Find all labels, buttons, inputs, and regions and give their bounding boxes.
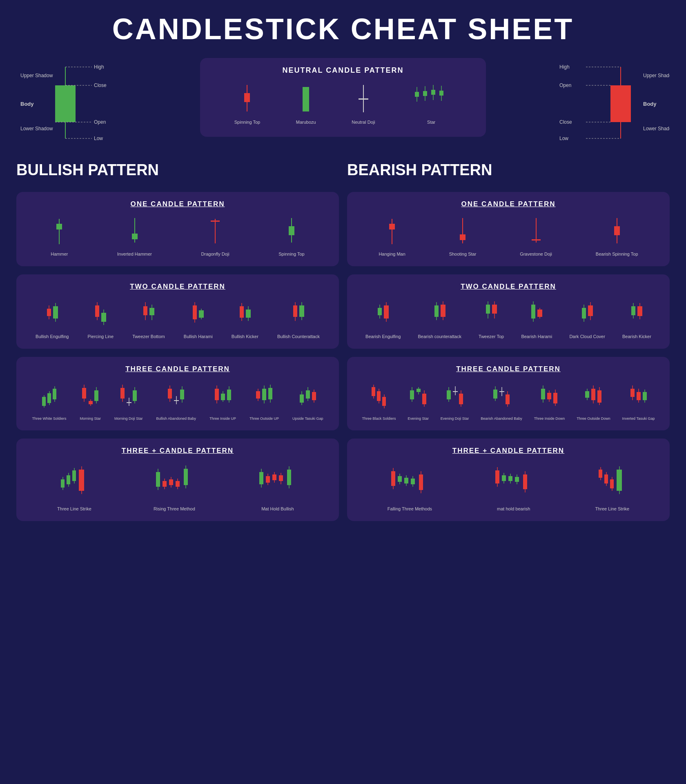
- svg-rect-291: [176, 481, 180, 487]
- svg-rect-96: [240, 306, 244, 318]
- bearish-two-candles: Bearish Engulfing Bearish counterattack: [357, 297, 660, 339]
- list-item: Bullish Harami: [184, 297, 213, 339]
- svg-rect-135: [588, 305, 593, 316]
- list-item: Bearish Kicker: [622, 297, 651, 339]
- list-item: Three White Soldiers: [32, 380, 66, 421]
- svg-text:High: High: [559, 64, 570, 70]
- bearish-three-candle-box: THREE CANDLE PATTERN Three Black Soldier…: [347, 357, 670, 430]
- neutral-pattern-box: NEUTRAL CANDLE PATTERN Spinning Top Maru…: [200, 58, 486, 137]
- anatomy-right: High Open Body Close Low Upper Shadow Lo…: [555, 63, 670, 145]
- svg-rect-279: [79, 470, 84, 491]
- svg-rect-264: [637, 392, 641, 400]
- svg-text:Close: Close: [94, 82, 107, 88]
- svg-rect-90: [193, 305, 197, 319]
- anatomy-left: Upper Shadow High Close Body Open Lower …: [16, 63, 131, 145]
- list-item: Dragonfly Doji: [201, 215, 229, 256]
- svg-rect-75: [53, 306, 58, 318]
- list-item: Inverted Hammer: [117, 215, 152, 256]
- list-item: Star: [411, 83, 452, 125]
- bullish-header: BULLISH PATTERN: [16, 161, 339, 179]
- svg-text:Body: Body: [20, 101, 34, 107]
- svg-text:Low: Low: [94, 136, 103, 141]
- svg-text:Upper Shadow: Upper Shadow: [643, 73, 670, 78]
- svg-rect-72: [47, 309, 51, 316]
- bullish-two-candles: Bullish Engulfing Piercing Line: [26, 297, 329, 339]
- svg-rect-309: [287, 470, 291, 485]
- list-item: Tweezer Bottom: [132, 297, 165, 339]
- svg-rect-54: [211, 220, 220, 222]
- bearish-three-candles: Three Black Soldiers Evening Star: [357, 380, 660, 421]
- svg-rect-276: [72, 470, 76, 481]
- bearish-header: BEARISH PATTERN: [347, 161, 670, 179]
- svg-rect-321: [411, 479, 415, 484]
- svg-rect-294: [184, 469, 188, 485]
- svg-rect-15: [244, 93, 250, 102]
- svg-rect-31: [439, 91, 443, 96]
- svg-rect-345: [604, 474, 608, 483]
- svg-rect-66: [532, 239, 541, 241]
- svg-rect-348: [610, 479, 614, 488]
- svg-rect-255: [591, 389, 595, 400]
- svg-rect-192: [262, 389, 266, 400]
- svg-rect-231: [459, 394, 463, 404]
- svg-rect-225: [447, 390, 451, 399]
- svg-rect-81: [101, 313, 106, 322]
- list-item: Morning Doji Star: [114, 380, 143, 421]
- svg-rect-28: [431, 90, 435, 95]
- list-item: Hanging Man: [379, 215, 405, 256]
- svg-rect-159: [94, 390, 98, 401]
- svg-rect-150: [53, 389, 56, 399]
- list-item: Bullish Engulfing: [36, 297, 69, 339]
- list-item: Tweezer Top: [479, 297, 504, 339]
- list-item: Three Outside UP: [249, 380, 279, 421]
- bearish-three-plus-title: THREE + CANDLE PATTERN: [357, 447, 660, 455]
- svg-rect-17: [303, 87, 309, 111]
- svg-rect-243: [541, 389, 545, 399]
- svg-rect-63: [460, 234, 466, 240]
- svg-rect-183: [221, 394, 225, 400]
- svg-rect-69: [614, 226, 620, 235]
- list-item: Piercing Line: [88, 297, 114, 339]
- svg-rect-324: [419, 474, 423, 490]
- list-item: mat hold bearish: [493, 461, 534, 511]
- two-candle-section: TWO CANDLE PATTERN Bullish Engulfing: [16, 274, 670, 349]
- svg-rect-93: [199, 310, 204, 318]
- list-item: Bullish Kicker: [232, 297, 258, 339]
- svg-rect-258: [597, 390, 601, 403]
- svg-rect-102: [293, 305, 297, 317]
- svg-rect-114: [434, 305, 439, 317]
- svg-rect-129: [537, 310, 542, 317]
- svg-rect-261: [630, 389, 635, 397]
- list-item: Evening Doji Star: [441, 380, 469, 421]
- neutral-candles-row: Spinning Top Marubozu Neutral Doji: [216, 83, 470, 125]
- svg-rect-204: [312, 392, 316, 400]
- svg-rect-342: [599, 470, 602, 478]
- bullish-three-plus-box: THREE + CANDLE PATTERN: [16, 439, 339, 521]
- svg-text:Open: Open: [94, 119, 106, 125]
- svg-rect-213: [382, 397, 386, 406]
- svg-rect-25: [423, 91, 427, 96]
- list-item: Inverted Tasuki Gap: [622, 380, 655, 421]
- svg-rect-84: [143, 306, 147, 315]
- svg-rect-297: [259, 472, 263, 484]
- bearish-two-candle-box: TWO CANDLE PATTERN Bearish Engulfing: [347, 274, 670, 349]
- svg-rect-222: [422, 394, 426, 404]
- svg-rect-22: [415, 92, 419, 97]
- svg-rect-144: [42, 397, 46, 406]
- svg-rect-162: [120, 388, 125, 399]
- svg-rect-270: [61, 479, 65, 488]
- bullish-three-plus-candles: Three Line Strike: [26, 461, 329, 511]
- svg-rect-34: [610, 85, 631, 122]
- svg-rect-126: [531, 305, 535, 318]
- list-item: Bearish Harami: [521, 297, 552, 339]
- svg-rect-153: [82, 388, 86, 399]
- three-candle-section: THREE CANDLE PATTERN Three White Soldier…: [16, 357, 670, 430]
- bullish-three-title: THREE CANDLE PATTERN: [26, 365, 329, 373]
- svg-text:Open: Open: [559, 82, 571, 88]
- svg-rect-108: [378, 308, 382, 315]
- three-plus-section: THREE + CANDLE PATTERN: [16, 439, 670, 521]
- bearish-three-title: THREE CANDLE PATTERN: [357, 365, 660, 373]
- pattern-headers: BULLISH PATTERN BEARISH PATTERN: [16, 161, 670, 185]
- svg-rect-78: [95, 305, 99, 317]
- svg-text:Body: Body: [643, 101, 657, 107]
